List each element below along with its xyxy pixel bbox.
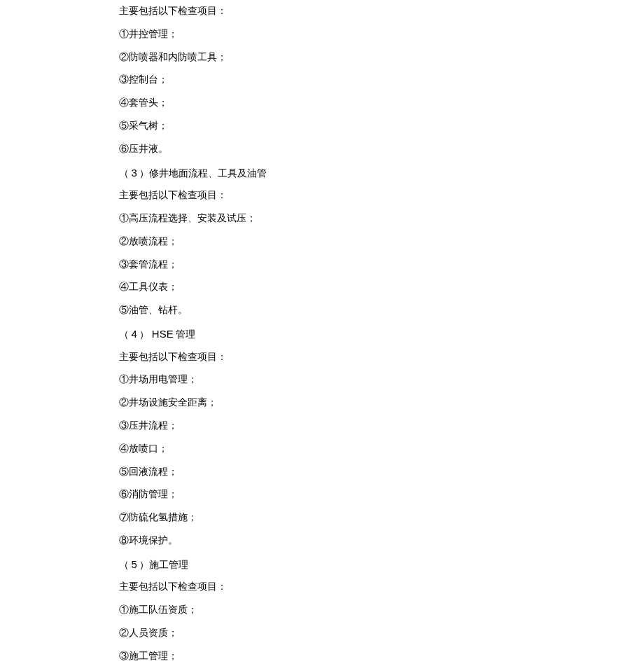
list-item: ③压井流程；	[119, 415, 525, 438]
list-item: ⑧环境保护。	[119, 530, 525, 553]
list-item: ②防喷器和内防喷工具；	[119, 46, 525, 69]
list-item: ④放喷口；	[119, 438, 525, 461]
list-item: ①井控管理；	[119, 23, 525, 46]
list-item: ②人员资质；	[119, 622, 525, 645]
heading-number: 5	[132, 558, 137, 570]
section-intro: 主要包括以下检查项目：	[119, 0, 525, 23]
list-item: ⑤采气树；	[119, 115, 525, 138]
list-item: ①高压流程选择、安装及试压；	[119, 207, 525, 230]
heading-title: 修井地面流程、工具及油管	[149, 168, 267, 179]
heading-title: 施工管理	[149, 560, 188, 570]
heading-number: 3	[132, 167, 137, 179]
heading-title: 管理	[176, 329, 195, 340]
list-item: ③套管流程；	[119, 254, 525, 277]
list-item: ⑥压井液。	[119, 138, 525, 161]
list-item: ②井场设施安全距离；	[119, 392, 525, 415]
list-item: ③施工管理；	[119, 645, 525, 664]
list-item: ⑤油管、钻杆。	[119, 299, 525, 322]
section-intro: 主要包括以下检查项目：	[119, 576, 525, 599]
section-heading: （ 3 ）修井地面流程、工具及油管	[119, 161, 525, 185]
list-item: ①井场用电管理；	[119, 368, 525, 392]
section-heading: （ 5 ）施工管理	[119, 553, 525, 576]
section-intro: 主要包括以下检查项目：	[119, 346, 525, 369]
list-item: ⑥消防管理；	[119, 483, 525, 506]
list-item: ②放喷流程；	[119, 230, 525, 254]
heading-title-latin: HSE	[152, 328, 174, 340]
heading-number: 4	[132, 328, 137, 340]
list-item: ④套管头；	[119, 92, 525, 115]
list-item: ③控制台；	[119, 69, 525, 92]
section-intro: 主要包括以下检查项目：	[119, 184, 525, 207]
section-heading: （ 4 ） HSE 管理	[119, 322, 525, 346]
document-content: 主要包括以下检查项目： ①井控管理； ②防喷器和内防喷工具； ③控制台； ④套管…	[0, 0, 644, 664]
list-item: ①施工队伍资质；	[119, 599, 525, 622]
list-item: ⑦防硫化氢措施；	[119, 506, 525, 530]
list-item: ④工具仪表；	[119, 276, 525, 299]
list-item: ⑤回液流程；	[119, 461, 525, 484]
